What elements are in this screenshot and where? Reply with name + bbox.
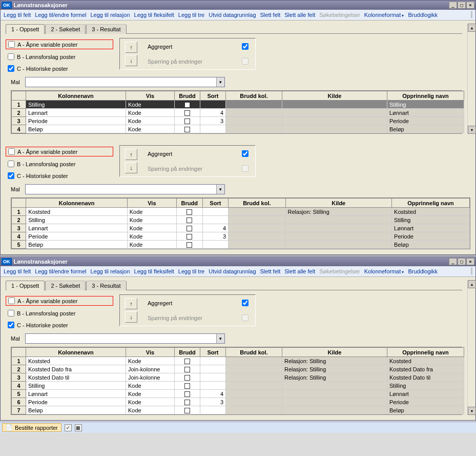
tab-oppsett[interactable]: 1 - Oppsett [6, 281, 45, 290]
close-button[interactable]: × [466, 258, 474, 265]
mal-select[interactable]: ▼ [25, 77, 225, 87]
tab-sokebet[interactable]: 2 - Søkebet [45, 24, 86, 34]
maximize-button[interactable]: □ [458, 258, 466, 265]
toolbar-s-kebetingelser: Søkebetingelser [319, 268, 360, 274]
table-row[interactable]: 4 Stilling Kode Stilling [12, 382, 464, 390]
table-row[interactable]: 6 Periode Kode 3 Periode [12, 398, 464, 406]
move-down-button[interactable]: ↓ [125, 55, 137, 66]
toolbar-legg-til-felt[interactable]: Legg til felt [4, 12, 31, 18]
taskbar-icon-2[interactable]: ▦ [75, 424, 82, 431]
mal-select[interactable]: ▼ [25, 333, 225, 344]
chevron-down-icon[interactable]: ▼ [216, 185, 224, 194]
scroll-down-icon[interactable]: ▼ [468, 126, 476, 134]
scroll-down-icon[interactable]: ▼ [468, 407, 476, 415]
minimize-button[interactable]: _ [449, 258, 457, 265]
check-c[interactable] [8, 65, 14, 72]
check-a[interactable] [8, 298, 15, 304]
aggregert-check[interactable] [242, 43, 249, 50]
move-up-button[interactable]: ↑ [125, 298, 137, 309]
table-row[interactable]: 3 Lønnart Kode 4 Lønnart [12, 224, 470, 232]
table-row[interactable]: 1 Koststed Kode Relasjon: Stilling Kosts… [12, 357, 464, 365]
check-b[interactable] [8, 53, 14, 60]
check-b[interactable] [8, 310, 14, 316]
table-row[interactable]: 1 Koststed Kode Relasjon: Stilling Kosts… [12, 208, 470, 216]
table-row[interactable]: 1 Stilling Kode Stilling [12, 101, 464, 109]
table-row[interactable]: 3 Koststed Dato til Join-kolonne Relasjo… [12, 373, 464, 382]
tab-resultat[interactable]: 3 - Resultat [86, 281, 126, 290]
mal-select[interactable]: ▼ [25, 184, 225, 194]
table-row[interactable]: 4 Beløp Kode Beløp [12, 125, 464, 133]
toolbar-legg-til-fleksifelt[interactable]: Legg til fleksifelt [134, 12, 174, 18]
toolbar-kolonneformat[interactable]: Kolonneformat [364, 12, 404, 18]
table-row[interactable]: 5 Beløp Kode Beløp [12, 241, 470, 249]
table-row[interactable]: 7 Beløp Kode Beløp [12, 406, 464, 414]
chevron-down-icon[interactable]: ▼ [216, 77, 224, 87]
columns-grid-1[interactable]: Kolonnenavn Vis Brudd Sort Brudd kol. Ki… [11, 90, 462, 134]
chevron-down-icon[interactable]: ▼ [216, 334, 224, 343]
taskbar-icon-1[interactable]: ✓ [65, 424, 72, 431]
tab-resultat[interactable]: 3 - Resultat [86, 24, 126, 34]
check-b[interactable] [8, 161, 14, 167]
move-down-button[interactable]: ↓ [125, 162, 137, 173]
toolbar-legg-til-felt[interactable]: Legg til felt [4, 268, 31, 274]
toolbar-legg-til-relasjon[interactable]: Legg til relasjon [90, 268, 130, 274]
scroll-up-icon[interactable]: ▲ [468, 24, 476, 32]
toolbar-legg-til-endre-formel[interactable]: Legg til/endre formel [35, 12, 86, 18]
toolbar-legg-til-tre[interactable]: Legg til tre [178, 268, 204, 274]
table-row[interactable]: 2 Stilling Kode Stilling [12, 216, 470, 224]
toolbar-bruddlogikk[interactable]: Bruddlogikk [408, 12, 437, 18]
toolbar-s-kebetingelser: Søkebetingelser [319, 12, 360, 18]
toolbar-slett-felt[interactable]: Slett felt [260, 12, 281, 18]
check-c[interactable] [8, 172, 14, 179]
aggregert-check[interactable] [242, 150, 249, 157]
vertical-scrollbar[interactable]: ▲ ▼ [467, 280, 475, 415]
minimize-button[interactable]: _ [449, 2, 457, 9]
aggregert-label: Aggregert [148, 44, 172, 50]
sporring-label: Spørring på endringer [148, 58, 202, 65]
maximize-button[interactable]: □ [458, 2, 466, 9]
taskbar-bestilte-rapporter[interactable]: 📄 Bestilte rapporter [2, 423, 61, 432]
sporring-check[interactable] [242, 165, 249, 172]
table-row[interactable]: 4 Periode Kode 3 Periode [12, 232, 470, 241]
move-down-button[interactable]: ↓ [125, 311, 137, 323]
toolbar-grip-icon [471, 11, 472, 18]
app-logo-icon: OK [2, 258, 12, 265]
toolbar-grip-icon [471, 268, 472, 275]
window-title: Lønnstransaksjoner [14, 259, 449, 265]
check-a[interactable] [8, 41, 15, 48]
table-row[interactable]: 3 Periode Kode 3 Periode [12, 117, 464, 125]
toolbar-legg-til-tre[interactable]: Legg til tre [178, 12, 204, 18]
table-row[interactable]: 2 Lønnart Kode 4 Lønnart [12, 109, 464, 117]
aggregert-check[interactable] [242, 300, 249, 306]
toolbar-legg-til-relasjon[interactable]: Legg til relasjon [90, 12, 130, 18]
poster-checks: A - Åpne variable poster B - Lønnsforsla… [6, 38, 113, 73]
check-a[interactable] [8, 148, 15, 155]
tab-sokebet[interactable]: 2 - Søkebet [45, 281, 86, 290]
toolbar-legg-til-endre-formel[interactable]: Legg til/endre formel [35, 268, 86, 274]
columns-grid-3[interactable]: Kolonnenavn Vis Brudd Sort Brudd kol. Ki… [11, 347, 462, 415]
tab-oppsett[interactable]: 1 - Oppsett [6, 24, 45, 34]
table-row[interactable]: 2 Koststed Dato fra Join-kolonne Relasjo… [12, 365, 464, 373]
vertical-scrollbar[interactable]: ▲ ▼ [467, 24, 475, 134]
toolbar-utvid-datagrunnlag[interactable]: Utvid datagrunnlag [209, 268, 256, 274]
check-c[interactable] [8, 322, 14, 328]
toolbar-bruddlogikk[interactable]: Bruddlogikk [408, 268, 437, 274]
toolbar-kolonneformat[interactable]: Kolonneformat [364, 268, 404, 274]
titlebar[interactable]: OK Lønnstransaksjoner _ □ × [1, 1, 475, 10]
titlebar[interactable]: OK Lønnstransaksjoner _ □ × [1, 257, 475, 266]
columns-grid-2[interactable]: Kolonnenavn Vis Brudd Sort Brudd kol. Ki… [11, 197, 470, 249]
table-row[interactable]: 5 Lønnart Kode 4 Lønnart [12, 390, 464, 398]
window-title: Lønnstransaksjoner [14, 2, 449, 8]
toolbar-utvid-datagrunnlag[interactable]: Utvid datagrunnlag [209, 12, 256, 18]
toolbar-legg-til-fleksifelt[interactable]: Legg til fleksifelt [134, 268, 174, 274]
toolbar-slett-felt[interactable]: Slett felt [260, 268, 281, 274]
aggregate-panel: ↑ ↓ Aggregert Spørring på endringer [119, 38, 256, 70]
scroll-up-icon[interactable]: ▲ [468, 280, 476, 288]
toolbar-slett-alle-felt[interactable]: Slett alle felt [284, 12, 315, 18]
close-button[interactable]: × [466, 2, 474, 9]
move-up-button[interactable]: ↑ [125, 149, 137, 160]
sporring-check[interactable] [242, 314, 249, 321]
sporring-check[interactable] [242, 58, 249, 65]
move-up-button[interactable]: ↑ [125, 42, 137, 53]
toolbar-slett-alle-felt[interactable]: Slett alle felt [284, 268, 315, 274]
